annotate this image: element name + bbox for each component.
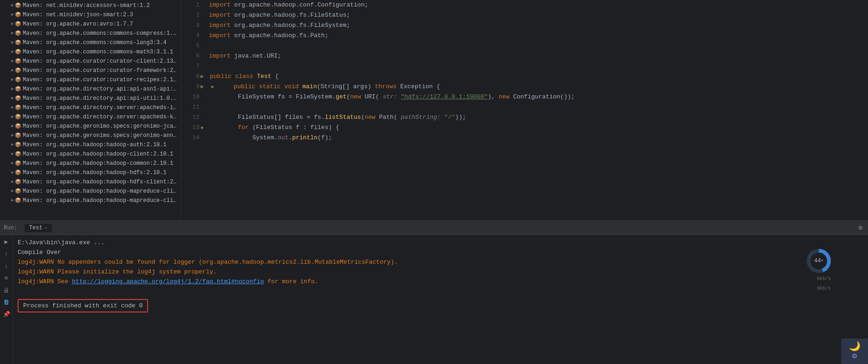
expand-arrow: ▶ [11, 76, 14, 84]
package-icon: 📦 [15, 113, 21, 121]
sidebar-item-label: Maven: org.apache.directory.server:apach… [23, 104, 179, 112]
scroll-down-button[interactable]: ↓ [1, 261, 12, 271]
output-warn-2: log4j:WARN Please initialize the log4j s… [18, 267, 863, 277]
panel-body: ▶ ↑ ↓ ≡ 🖨 🗑 📌 E:\Java\bin\java.exe ... C… [0, 235, 868, 364]
code-line-14: System.out.println(f); [209, 133, 863, 143]
sidebar-item[interactable]: ▶ 📦 Maven: org.apache.hadoop:hadoop-mapr… [0, 187, 181, 196]
sidebar-item[interactable]: ▶ 📦 Maven: org.apache.commons:commons-co… [0, 29, 181, 38]
run-panel: Run: Test ✕ ⚙ ▶ ↑ ↓ ≡ 🖨 🗑 📌 E:\Java\bin\… [0, 220, 868, 364]
package-icon: 📦 [15, 11, 21, 19]
sidebar-item[interactable]: ▶ 📦 Maven: org.apache.hadoop:hadoop-auth… [0, 140, 181, 150]
sidebar-item[interactable]: ▶ 📦 Maven: org.apache.commons:commons-ma… [0, 47, 181, 57]
sidebar-item[interactable]: ▶ 📦 Maven: org.apache.curator:curator-re… [0, 75, 181, 84]
package-icon: 📦 [15, 85, 21, 93]
run-tab[interactable]: Test ✕ [25, 224, 52, 232]
clear-output-button[interactable]: 🗑 [1, 297, 12, 307]
scroll-up-button[interactable]: ↑ [1, 249, 12, 259]
package-icon: 📦 [15, 131, 21, 140]
run-again-button[interactable]: ▶ [1, 237, 12, 247]
sidebar-item-label: Maven: org.apache.geronimo.specs:geronim… [23, 122, 179, 130]
close-tab-icon[interactable]: ✕ [45, 225, 47, 231]
package-icon: 📦 [15, 94, 21, 103]
sidebar-item[interactable]: ▶ 📦 Maven: org.apache.geronimo.specs:ger… [0, 131, 181, 140]
sidebar-item-label: Maven: org.apache.geronimo.specs:geronim… [23, 131, 179, 140]
sidebar-item-label: Maven: org.apache.hadoop:hadoop-hdfs-cli… [23, 178, 179, 186]
sidebar-item[interactable]: ▶ 📦 Maven: org.apache.hadoop:hadoop-hdfs… [0, 168, 181, 177]
sidebar-item-label: Maven: org.apache.directory.server:apach… [23, 113, 179, 121]
code-line-4: import org.apache.hadoop.fs.Path; [209, 31, 863, 41]
code-line-10: FileSystem fs = FileSystem.get(new URI( … [209, 92, 863, 102]
settings-gear-icon[interactable]: ⚙ [857, 223, 864, 233]
sidebar-item[interactable]: ▶ 📦 Maven: org.apache.directory.api:api-… [0, 84, 181, 94]
code-line-13: ◆ for (FileStatus f : files) { [209, 123, 863, 133]
expand-arrow: ▶ [11, 29, 14, 38]
code-line-5 [209, 41, 863, 51]
expand-arrow: ▶ [11, 104, 14, 112]
expand-arrow: ▶ [11, 11, 14, 19]
sidebar-item[interactable]: ▶ 📦 Maven: org.apache.curator:curator-fr… [0, 66, 181, 75]
expand-arrow: ▶ [11, 85, 14, 93]
run-indicator: ▶ [201, 72, 207, 82]
code-line-9: ▶ ◆ public static void main(String[] arg… [209, 82, 863, 92]
expand-arrow: ▶ [11, 196, 14, 205]
sidebar-item-label: Maven: org.apache.curator:curator-recipe… [23, 76, 179, 84]
breakpoint-indicator: ◆ [201, 123, 207, 133]
dependency-sidebar[interactable]: ▶ 📦 Maven: net.minidev:accessors-smart:1… [0, 0, 181, 220]
warn3-post: for more info. [264, 278, 318, 285]
code-line-11 [209, 102, 863, 112]
wrap-output-button[interactable]: ≡ [1, 273, 12, 283]
package-icon: 📦 [15, 178, 21, 186]
package-icon: 📦 [15, 29, 21, 38]
sidebar-item[interactable]: ▶ 📦 Maven: org.apache.hadoop:hadoop-comm… [0, 159, 181, 168]
expand-arrow: ▶ [11, 39, 14, 47]
exit-code-box: Process finished with exit code 0 [18, 299, 148, 312]
expand-arrow: ▶ [11, 113, 14, 121]
code-line-6: import java.net.URI; [209, 51, 863, 61]
expand-arrow: ▶ [11, 150, 14, 158]
sidebar-item-label: Maven: org.apache.commons:commons-lang3:… [23, 39, 167, 47]
expand-arrow: ▶ [11, 94, 14, 103]
output-line-1: E:\Java\bin\java.exe ... [18, 238, 863, 247]
panel-tab-bar: Run: Test ✕ ⚙ [0, 221, 868, 235]
output-line-2: Compile Over [18, 247, 863, 257]
output-warn-3: log4j:WARN See http://logging.apache.org… [18, 277, 863, 286]
code-area: 1 2 3 4 5 6 7 8 9 10 11 12 13 14 import … [181, 0, 868, 220]
sidebar-item[interactable]: ▶ 📦 Maven: org.apache.directory.server:a… [0, 103, 181, 112]
code-editor[interactable]: 1 2 3 4 5 6 7 8 9 10 11 12 13 14 import … [181, 0, 868, 220]
sidebar-item[interactable]: ▶ 📦 Maven: org.apache.commons:commons-la… [0, 38, 181, 47]
sidebar-item-label: Maven: org.apache.curator:curator-client… [23, 57, 179, 65]
package-icon: 📦 [15, 196, 21, 205]
expand-arrow: ▶ [11, 141, 14, 149]
sidebar-item-label: Maven: org.apache.curator:curator-framew… [23, 66, 179, 75]
sidebar-item[interactable]: ▶ 📦 Maven: org.apache.directory.api:api-… [0, 94, 181, 103]
exit-text: Process finished with exit code 0 [23, 302, 143, 309]
package-icon: 📦 [15, 141, 21, 149]
line-numbers: 1 2 3 4 5 6 7 8 9 10 11 12 13 14 [181, 0, 204, 220]
sidebar-item[interactable]: ▶ 📦 Maven: net.minidev:json-smart:2.3 [0, 10, 181, 20]
pin-button[interactable]: 📌 [1, 309, 12, 319]
sidebar-item[interactable]: ▶ 📦 Maven: org.apache.hadoop:hadoop-clie… [0, 150, 181, 159]
sidebar-item-label: Maven: org.apache.directory.api:api-util… [23, 94, 179, 103]
run-indicator: ▶ [201, 82, 207, 92]
sidebar-item[interactable]: ▶ 📦 Maven: org.apache.directory.server:a… [0, 112, 181, 122]
sidebar-item-label: Maven: org.apache.avro:avro:1.7.7 [23, 20, 133, 28]
sidebar-item[interactable]: ▶ 📦 Maven: org.apache.geronimo.specs:ger… [0, 122, 181, 131]
status-widget-gear: ⚙ [852, 351, 857, 361]
panel-output[interactable]: E:\Java\bin\java.exe ... Compile Over lo… [13, 235, 868, 364]
breakpoint-indicator: ◆ [211, 82, 217, 92]
sidebar-item[interactable]: ▶ 📦 Maven: org.apache.hadoop:hadoop-mapr… [0, 196, 181, 205]
sidebar-item[interactable]: ▶ 📦 Maven: net.minidev:accessors-smart:1… [0, 1, 181, 10]
expand-arrow: ▶ [11, 178, 14, 186]
warn3-link[interactable]: http://logging.apache.org/log4j/1.2/faq.… [72, 278, 264, 285]
sidebar-item-label: Maven: org.apache.commons:commons-math3:… [23, 48, 173, 56]
sidebar-item[interactable]: ▶ 📦 Maven: org.apache.avro:avro:1.7.7 [0, 20, 181, 29]
sidebar-item-label: Maven: org.apache.hadoop:hadoop-mapreduc… [23, 196, 179, 205]
panel-left-tools: ▶ ↑ ↓ ≡ 🖨 🗑 📌 [0, 235, 13, 364]
sidebar-item-label: Maven: net.minidev:json-smart:2.3 [23, 11, 133, 19]
cpu-circle: 44× [807, 249, 831, 273]
code-line-8: ▶ public class Test { [209, 72, 863, 82]
sidebar-item[interactable]: ▶ 📦 Maven: org.apache.hadoop:hadoop-hdfs… [0, 177, 181, 187]
sidebar-item[interactable]: ▶ 📦 Maven: org.apache.curator:curator-cl… [0, 57, 181, 66]
print-button[interactable]: 🖨 [1, 285, 12, 295]
code-content: import org.apache.hadoop.conf.Configurat… [204, 0, 868, 220]
